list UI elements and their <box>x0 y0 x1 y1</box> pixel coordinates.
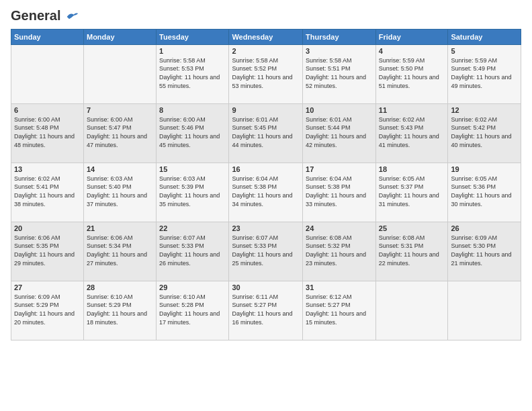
calendar-cell: 2Sunrise: 5:58 AM Sunset: 5:52 PM Daylig… <box>229 44 303 103</box>
day-info: Sunrise: 6:07 AM Sunset: 5:33 PM Dayligh… <box>159 234 226 267</box>
calendar-cell: 12Sunrise: 6:02 AM Sunset: 5:42 PM Dayli… <box>448 103 521 163</box>
calendar-cell: 26Sunrise: 6:09 AM Sunset: 5:30 PM Dayli… <box>448 222 521 281</box>
calendar-table: SundayMondayTuesdayWednesdayThursdayFrid… <box>11 29 521 340</box>
day-number: 12 <box>451 106 518 114</box>
day-info: Sunrise: 6:02 AM Sunset: 5:43 PM Dayligh… <box>379 116 445 149</box>
calendar-cell: 13Sunrise: 6:02 AM Sunset: 5:41 PM Dayli… <box>11 163 84 222</box>
calendar-cell: 14Sunrise: 6:03 AM Sunset: 5:40 PM Dayli… <box>83 163 156 222</box>
calendar-cell: 18Sunrise: 6:05 AM Sunset: 5:37 PM Dayli… <box>375 163 448 222</box>
logo-text-general: General <box>11 8 60 23</box>
calendar-cell: 10Sunrise: 6:01 AM Sunset: 5:44 PM Dayli… <box>303 103 376 163</box>
calendar-week-row: 27Sunrise: 6:09 AM Sunset: 5:29 PM Dayli… <box>11 281 521 340</box>
day-number: 24 <box>306 224 373 232</box>
day-number: 27 <box>14 283 81 291</box>
day-number: 3 <box>306 47 373 55</box>
day-number: 21 <box>87 224 153 232</box>
day-number: 20 <box>14 224 81 232</box>
day-info: Sunrise: 5:58 AM Sunset: 5:53 PM Dayligh… <box>159 56 226 90</box>
day-info: Sunrise: 6:00 AM Sunset: 5:46 PM Dayligh… <box>159 116 226 149</box>
calendar-cell: 5Sunrise: 5:59 AM Sunset: 5:49 PM Daylig… <box>448 44 521 103</box>
calendar-cell <box>83 44 156 103</box>
calendar-cell: 6Sunrise: 6:00 AM Sunset: 5:48 PM Daylig… <box>11 103 84 163</box>
calendar-cell: 23Sunrise: 6:07 AM Sunset: 5:33 PM Dayli… <box>229 222 303 281</box>
day-number: 13 <box>14 165 81 173</box>
day-info: Sunrise: 6:09 AM Sunset: 5:30 PM Dayligh… <box>451 234 518 267</box>
calendar-cell: 27Sunrise: 6:09 AM Sunset: 5:29 PM Dayli… <box>11 281 84 340</box>
day-number: 16 <box>232 165 300 173</box>
calendar-cell: 20Sunrise: 6:06 AM Sunset: 5:35 PM Dayli… <box>11 222 84 281</box>
calendar-cell <box>11 44 84 103</box>
day-number: 22 <box>159 224 226 232</box>
day-info: Sunrise: 6:00 AM Sunset: 5:48 PM Dayligh… <box>14 116 81 149</box>
day-number: 11 <box>379 106 445 114</box>
day-info: Sunrise: 6:02 AM Sunset: 5:42 PM Dayligh… <box>451 116 518 149</box>
day-info: Sunrise: 6:07 AM Sunset: 5:33 PM Dayligh… <box>232 234 300 267</box>
day-info: Sunrise: 6:06 AM Sunset: 5:35 PM Dayligh… <box>14 234 81 267</box>
calendar-week-row: 20Sunrise: 6:06 AM Sunset: 5:35 PM Dayli… <box>11 222 521 281</box>
calendar-cell: 8Sunrise: 6:00 AM Sunset: 5:46 PM Daylig… <box>157 103 229 163</box>
day-info: Sunrise: 5:59 AM Sunset: 5:50 PM Dayligh… <box>379 56 445 90</box>
day-number: 30 <box>232 283 300 291</box>
calendar-cell: 4Sunrise: 5:59 AM Sunset: 5:50 PM Daylig… <box>375 44 448 103</box>
calendar-cell: 9Sunrise: 6:01 AM Sunset: 5:45 PM Daylig… <box>229 103 303 163</box>
day-number: 4 <box>379 47 445 55</box>
day-info: Sunrise: 6:12 AM Sunset: 5:27 PM Dayligh… <box>306 293 373 326</box>
calendar-cell: 16Sunrise: 6:04 AM Sunset: 5:38 PM Dayli… <box>229 163 303 222</box>
calendar-header-row: SundayMondayTuesdayWednesdayThursdayFrid… <box>11 29 521 44</box>
weekday-header: Tuesday <box>157 29 229 44</box>
calendar-cell: 21Sunrise: 6:06 AM Sunset: 5:34 PM Dayli… <box>83 222 156 281</box>
day-info: Sunrise: 6:10 AM Sunset: 5:29 PM Dayligh… <box>87 293 153 326</box>
day-number: 9 <box>232 106 300 114</box>
day-info: Sunrise: 6:10 AM Sunset: 5:28 PM Dayligh… <box>159 293 226 326</box>
day-info: Sunrise: 6:02 AM Sunset: 5:41 PM Dayligh… <box>14 175 81 208</box>
day-number: 28 <box>87 283 153 291</box>
day-number: 29 <box>159 283 226 291</box>
calendar-cell: 1Sunrise: 5:58 AM Sunset: 5:53 PM Daylig… <box>157 44 229 103</box>
day-number: 31 <box>306 283 373 291</box>
day-number: 15 <box>159 165 226 173</box>
day-number: 19 <box>451 165 518 173</box>
header: General <box>11 8 521 24</box>
day-info: Sunrise: 6:08 AM Sunset: 5:31 PM Dayligh… <box>379 234 445 267</box>
day-info: Sunrise: 6:06 AM Sunset: 5:34 PM Dayligh… <box>87 234 153 267</box>
day-info: Sunrise: 6:01 AM Sunset: 5:44 PM Dayligh… <box>306 116 373 149</box>
calendar-cell: 28Sunrise: 6:10 AM Sunset: 5:29 PM Dayli… <box>83 281 156 340</box>
day-number: 25 <box>379 224 445 232</box>
day-number: 1 <box>159 47 226 55</box>
calendar-week-row: 1Sunrise: 5:58 AM Sunset: 5:53 PM Daylig… <box>11 44 521 103</box>
day-info: Sunrise: 6:11 AM Sunset: 5:27 PM Dayligh… <box>232 293 300 326</box>
calendar-cell: 25Sunrise: 6:08 AM Sunset: 5:31 PM Dayli… <box>375 222 448 281</box>
weekday-header: Wednesday <box>229 29 303 44</box>
day-info: Sunrise: 5:58 AM Sunset: 5:51 PM Dayligh… <box>306 56 373 90</box>
calendar-page: General SundayMondayTuesdayWednesdayThur… <box>0 0 532 411</box>
calendar-cell: 24Sunrise: 6:08 AM Sunset: 5:32 PM Dayli… <box>303 222 376 281</box>
logo-bird-icon <box>66 10 79 24</box>
day-info: Sunrise: 6:01 AM Sunset: 5:45 PM Dayligh… <box>232 116 300 149</box>
calendar-cell: 19Sunrise: 6:05 AM Sunset: 5:36 PM Dayli… <box>448 163 521 222</box>
day-info: Sunrise: 6:00 AM Sunset: 5:47 PM Dayligh… <box>87 116 153 149</box>
day-number: 5 <box>451 47 518 55</box>
day-info: Sunrise: 5:58 AM Sunset: 5:52 PM Dayligh… <box>232 56 300 90</box>
calendar-cell <box>375 281 448 340</box>
calendar-cell: 11Sunrise: 6:02 AM Sunset: 5:43 PM Dayli… <box>375 103 448 163</box>
calendar-cell: 15Sunrise: 6:03 AM Sunset: 5:39 PM Dayli… <box>157 163 229 222</box>
day-number: 18 <box>379 165 445 173</box>
weekday-header: Friday <box>375 29 448 44</box>
day-number: 26 <box>451 224 518 232</box>
day-info: Sunrise: 6:03 AM Sunset: 5:39 PM Dayligh… <box>159 175 226 208</box>
day-info: Sunrise: 6:04 AM Sunset: 5:38 PM Dayligh… <box>232 175 300 208</box>
day-info: Sunrise: 6:05 AM Sunset: 5:37 PM Dayligh… <box>379 175 445 208</box>
day-info: Sunrise: 6:03 AM Sunset: 5:40 PM Dayligh… <box>87 175 153 208</box>
day-number: 2 <box>232 47 300 55</box>
day-number: 6 <box>14 106 81 114</box>
calendar-cell <box>448 281 521 340</box>
calendar-cell: 7Sunrise: 6:00 AM Sunset: 5:47 PM Daylig… <box>83 103 156 163</box>
calendar-cell: 30Sunrise: 6:11 AM Sunset: 5:27 PM Dayli… <box>229 281 303 340</box>
day-info: Sunrise: 6:05 AM Sunset: 5:36 PM Dayligh… <box>451 175 518 208</box>
calendar-cell: 29Sunrise: 6:10 AM Sunset: 5:28 PM Dayli… <box>157 281 229 340</box>
day-info: Sunrise: 5:59 AM Sunset: 5:49 PM Dayligh… <box>451 56 518 90</box>
calendar-cell: 3Sunrise: 5:58 AM Sunset: 5:51 PM Daylig… <box>303 44 376 103</box>
day-info: Sunrise: 6:09 AM Sunset: 5:29 PM Dayligh… <box>14 293 81 326</box>
day-info: Sunrise: 6:04 AM Sunset: 5:38 PM Dayligh… <box>306 175 373 208</box>
logo: General <box>11 8 79 24</box>
